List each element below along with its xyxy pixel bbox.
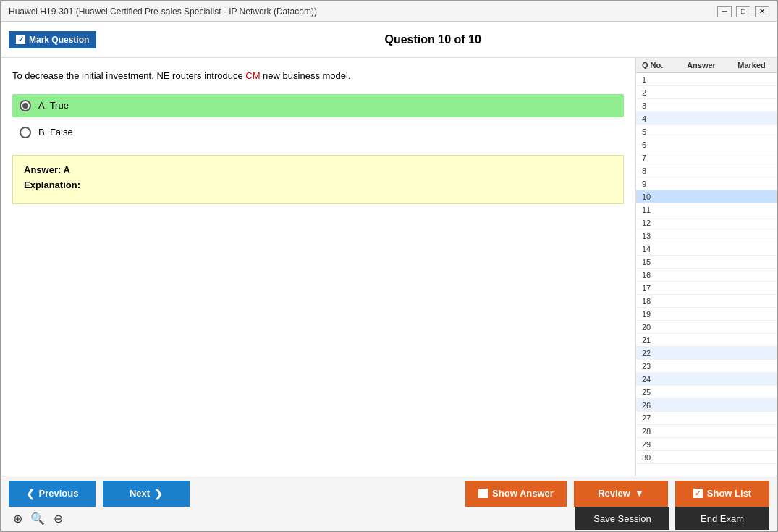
question-row-14[interactable]: 14	[636, 242, 777, 256]
header-answer: Answer	[676, 61, 727, 69]
mark-checkbox-icon	[16, 35, 25, 44]
question-row-17[interactable]: 17	[636, 282, 777, 295]
side-panel-header: Q No. Answer Marked	[636, 58, 777, 73]
question-row-10[interactable]: 10	[636, 190, 777, 203]
row-qno-30: 30	[636, 453, 676, 462]
question-row-26[interactable]: 26	[636, 399, 777, 412]
question-row-4[interactable]: 4	[636, 112, 777, 125]
question-row-24[interactable]: 24	[636, 373, 777, 386]
question-text: To decrease the initial investment, NE r…	[12, 69, 624, 83]
window-controls[interactable]: ─ □ ✕	[717, 6, 769, 17]
mark-question-label: Mark Question	[29, 35, 89, 45]
row-qno-3: 3	[636, 101, 676, 110]
zoom-out-button[interactable]: ⊖	[49, 510, 67, 527]
question-row-9[interactable]: 9	[636, 177, 777, 190]
option-b-radio	[20, 127, 31, 138]
row-qno-27: 27	[636, 414, 676, 423]
row-qno-14: 14	[636, 245, 676, 253]
zoom-controls: ⊕ 🔍 ⊖	[9, 510, 67, 527]
question-row-21[interactable]: 21	[636, 334, 777, 347]
end-exam-button[interactable]: End Exam	[675, 507, 769, 530]
question-text-part2: new business model.	[261, 70, 351, 81]
option-b-label: B. False	[38, 127, 73, 138]
option-a-row[interactable]: A. True	[12, 94, 624, 117]
option-a-label: A. True	[38, 100, 69, 111]
option-b-row[interactable]: B. False	[12, 121, 624, 144]
show-answer-checkbox-icon	[478, 489, 488, 498]
question-row-15[interactable]: 15	[636, 256, 777, 269]
row-qno-23: 23	[636, 362, 676, 371]
question-row-28[interactable]: 28	[636, 425, 777, 438]
question-row-25[interactable]: 25	[636, 386, 777, 399]
show-list-button[interactable]: Show List	[675, 481, 769, 507]
row-qno-10: 10	[636, 193, 676, 201]
question-row-13[interactable]: 13	[636, 229, 777, 242]
review-dropdown-icon: ▼	[635, 488, 644, 499]
previous-button[interactable]: ❮ Previous	[9, 481, 96, 507]
next-button[interactable]: Next ❯	[103, 481, 190, 507]
row-qno-22: 22	[636, 349, 676, 358]
question-row-8[interactable]: 8	[636, 164, 777, 177]
right-buttons: Save Session End Exam	[575, 507, 769, 530]
explanation-text: Explanation:	[24, 180, 612, 190]
question-row-27[interactable]: 27	[636, 412, 777, 425]
row-qno-17: 17	[636, 284, 676, 292]
question-row-11[interactable]: 11	[636, 203, 777, 216]
window-title: Huawei H19-301 (Huawei Certified Pre-sal…	[9, 7, 317, 17]
row-qno-1: 1	[636, 75, 676, 84]
row-qno-16: 16	[636, 271, 676, 279]
question-text-part1: To decrease the initial investment, NE r…	[12, 70, 245, 81]
question-row-16[interactable]: 16	[636, 269, 777, 282]
question-row-29[interactable]: 29	[636, 438, 777, 451]
question-row-19[interactable]: 19	[636, 308, 777, 321]
previous-label: Previous	[39, 488, 79, 499]
row-qno-21: 21	[636, 336, 676, 345]
row-qno-15: 15	[636, 258, 676, 266]
question-row-12[interactable]: 12	[636, 216, 777, 229]
question-row-22[interactable]: 22	[636, 347, 777, 360]
show-list-checkbox-icon	[693, 489, 703, 498]
review-button[interactable]: Review ▼	[574, 481, 668, 507]
question-row-7[interactable]: 7	[636, 151, 777, 164]
bottom-row-1: ❮ Previous Next ❯ Show Answer Review ▼ S…	[9, 480, 769, 507]
question-row-30[interactable]: 30	[636, 451, 777, 464]
row-qno-29: 29	[636, 440, 676, 449]
question-row-20[interactable]: 20	[636, 321, 777, 334]
next-label: Next	[130, 488, 150, 499]
row-qno-11: 11	[636, 206, 676, 214]
question-row-5[interactable]: 5	[636, 125, 777, 138]
question-area: To decrease the initial investment, NE r…	[1, 58, 635, 476]
question-row-3[interactable]: 3	[636, 99, 777, 112]
close-button[interactable]: ✕	[755, 6, 769, 17]
zoom-in-button[interactable]: ⊕	[9, 510, 26, 527]
question-row-6[interactable]: 6	[636, 138, 777, 151]
question-row-18[interactable]: 18	[636, 295, 777, 308]
question-row-1[interactable]: 1	[636, 73, 777, 86]
question-title: Question 10 of 10	[96, 33, 769, 46]
zoom-normal-button[interactable]: 🔍	[29, 510, 46, 527]
maximize-button[interactable]: □	[736, 6, 750, 17]
show-answer-label: Show Answer	[492, 488, 554, 499]
minimize-button[interactable]: ─	[717, 6, 732, 17]
option-a-radio	[20, 100, 31, 111]
bottom-row-2: ⊕ 🔍 ⊖ Save Session End Exam	[9, 507, 769, 530]
row-qno-26: 26	[636, 401, 676, 410]
toolbar: Mark Question Question 10 of 10	[1, 22, 777, 58]
side-panel: Q No. Answer Marked 1 2 3 4 5 6	[635, 58, 777, 476]
row-qno-4: 4	[636, 114, 676, 123]
show-answer-button[interactable]: Show Answer	[465, 481, 567, 507]
row-qno-12: 12	[636, 219, 676, 227]
row-qno-13: 13	[636, 232, 676, 240]
row-qno-18: 18	[636, 297, 676, 305]
row-qno-8: 8	[636, 166, 676, 175]
row-qno-24: 24	[636, 375, 676, 384]
save-session-button[interactable]: Save Session	[575, 507, 669, 530]
title-bar: Huawei H19-301 (Huawei Certified Pre-sal…	[1, 1, 777, 22]
question-row-2[interactable]: 2	[636, 86, 777, 99]
question-row-23[interactable]: 23	[636, 360, 777, 373]
mark-question-button[interactable]: Mark Question	[9, 31, 96, 48]
main-content: To decrease the initial investment, NE r…	[1, 58, 777, 476]
row-qno-2: 2	[636, 88, 676, 97]
previous-arrow-icon: ❮	[26, 488, 35, 499]
show-list-label: Show List	[707, 488, 751, 499]
